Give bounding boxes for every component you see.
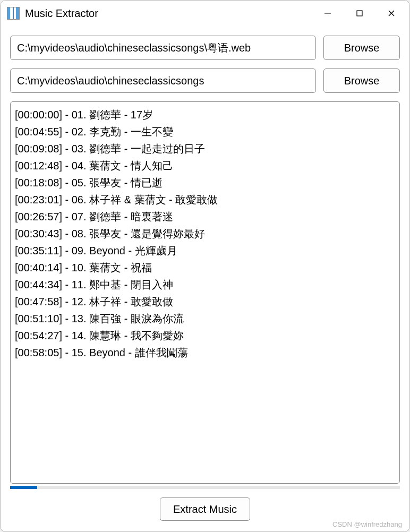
svg-rect-1 (357, 11, 362, 16)
track-line: [00:12:48] - 04. 葉蒨文 - 情人知己 (15, 157, 397, 174)
track-line: [00:23:01] - 06. 林子祥 & 葉蒨文 - 敢愛敢做 (15, 191, 397, 208)
window-controls (312, 1, 407, 26)
track-line: [00:26:57] - 07. 劉德華 - 暗裏著迷 (15, 208, 397, 225)
titlebar: Music Extractor (1, 1, 409, 26)
content-area: Browse Browse [00:00:00] - 01. 劉德華 - 17岁… (1, 26, 409, 531)
track-line: [00:51:10] - 13. 陳百強 - 眼淚為你流 (15, 310, 397, 327)
browse-source-button[interactable]: Browse (323, 36, 400, 60)
track-line: [00:30:43] - 08. 張學友 - 還是覺得妳最好 (15, 225, 397, 242)
track-line: [00:47:58] - 12. 林子祥 - 敢愛敢做 (15, 293, 397, 310)
window-title: Music Extractor (25, 7, 312, 20)
maximize-icon (356, 10, 363, 17)
track-line: [00:09:08] - 03. 劉德華 - 一起走过的日子 (15, 140, 397, 157)
close-icon (388, 10, 395, 17)
maximize-button[interactable] (344, 1, 375, 26)
progress-bar (10, 486, 400, 489)
tracklist-textarea[interactable]: [00:00:00] - 01. 劉德華 - 17岁[00:04:55] - 0… (10, 101, 400, 484)
progress-fill (10, 486, 37, 489)
track-line: [00:00:00] - 01. 劉德華 - 17岁 (15, 106, 397, 123)
track-line: [00:58:05] - 15. Beyond - 誰伴我闖蕩 (15, 344, 397, 361)
minimize-icon (324, 10, 331, 17)
app-window: Music Extractor Browse Browse [00:00:00]… (0, 0, 410, 532)
source-path-input[interactable] (10, 36, 316, 60)
track-line: [00:35:11] - 09. Beyond - 光輝歲月 (15, 242, 397, 259)
close-button[interactable] (375, 1, 407, 26)
track-line: [00:44:34] - 11. 鄭中基 - 閉目入神 (15, 276, 397, 293)
track-line: [00:04:55] - 02. 李克勤 - 一生不變 (15, 123, 397, 140)
track-line: [00:40:14] - 10. 葉蒨文 - 祝福 (15, 259, 397, 276)
extract-music-button[interactable]: Extract Music (160, 497, 250, 521)
track-line: [00:54:27] - 14. 陳慧琳 - 我不夠愛妳 (15, 327, 397, 344)
tracklist-container: [00:00:00] - 01. 劉德華 - 17岁[00:04:55] - 0… (10, 101, 400, 489)
app-icon (7, 7, 20, 20)
source-row: Browse (10, 36, 400, 60)
track-line: [00:18:08] - 05. 張學友 - 情已逝 (15, 174, 397, 191)
output-row: Browse (10, 68, 400, 93)
browse-output-button[interactable]: Browse (323, 68, 400, 93)
output-path-input[interactable] (10, 68, 316, 93)
minimize-button[interactable] (312, 1, 344, 26)
footer: Extract Music (10, 497, 400, 524)
